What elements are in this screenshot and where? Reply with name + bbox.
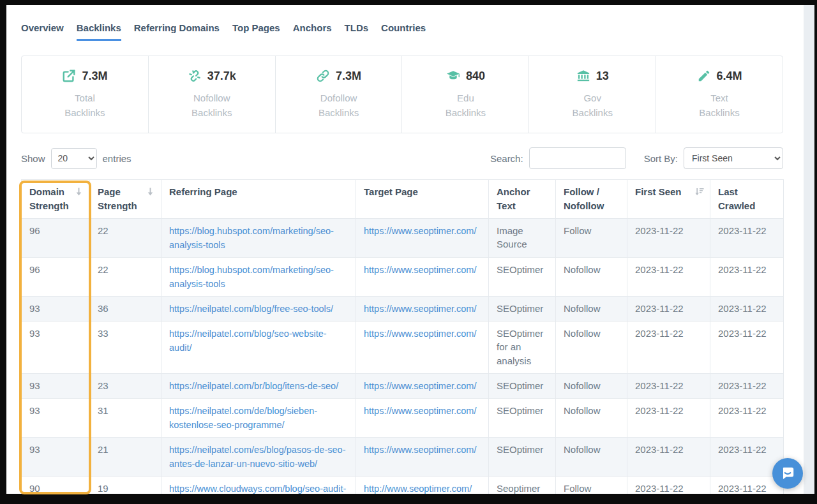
follow-cell: Nofollow [556,437,627,476]
show-label: Show [21,153,45,164]
last-crawled-cell: 2023-11-22 [710,257,784,296]
first-seen-cell: 2023-11-22 [627,257,710,296]
table-controls: Show 20 entries Search: Sort By: First S… [21,147,783,169]
column-header-anchor-text: Anchor Text [489,180,556,219]
domain-strength-cell: 96 [22,257,90,296]
backlink-stats-panel: 7.3MTotal Backlinks37.7kNofollow Backlin… [21,56,783,133]
follow-cell: Nofollow [556,296,627,321]
backlinks-table: Domain StrengthPage StrengthReferring Pa… [21,179,784,494]
column-header-page-strength[interactable]: Page Strength [90,180,161,219]
referring-page-link[interactable]: https://blog.hubspot.com/marketing/seo-a… [169,265,334,289]
first-seen-cell: 2023-11-22 [627,476,710,494]
tab-anchors[interactable]: Anchors [293,22,332,41]
follow-cell: Follow [556,476,627,494]
column-header-referring-page: Referring Page [161,180,356,219]
referring-page-link[interactable]: https://neilpatel.com/es/blog/pasos-de-s… [169,445,345,469]
link-icon [316,69,330,83]
target-page-link[interactable]: https://www.seoptimer.com/ [364,265,476,275]
column-label: Domain Strength [29,186,69,211]
sort-amount-down-icon [694,187,704,196]
stat-text-backlinks: 6.4MText Backlinks [656,56,783,133]
referring-page-link[interactable]: https://blog.hubspot.com/marketing/seo-a… [169,226,334,250]
referring-page-cell: https://blog.hubspot.com/marketing/seo-a… [161,257,356,296]
first-seen-cell: 2023-11-22 [627,437,710,476]
page-strength-cell: 31 [90,398,161,437]
target-page-cell: https://www.seoptimer.com/ [356,398,489,437]
referring-page-link[interactable]: https://neilpatel.com/blog/free-seo-tool… [169,304,333,314]
sort-by-select[interactable]: First Seen [684,147,783,169]
page-strength-cell: 36 [90,296,161,321]
referring-page-link[interactable]: https://neilpatel.com/blog/seo-website-a… [169,329,327,353]
stat-top: 6.4M [697,69,742,83]
anchor-text-cell: SEOptimer [489,296,556,321]
first-seen-cell: 2023-11-22 [627,373,710,398]
stat-edu-backlinks: 840Edu Backlinks [402,56,529,133]
stat-label: Edu Backlinks [436,91,495,120]
stat-top: 13 [576,69,609,83]
target-page-cell: https://www.seoptimer.com/ [356,296,489,321]
stat-label: Gov Backlinks [563,91,622,120]
target-page-link[interactable]: https://www.seoptimer.com/ [364,381,476,391]
table-row: 9321https://neilpatel.com/es/blog/pasos-… [22,437,784,476]
page-strength-cell: 19 [90,476,161,494]
target-page-link[interactable]: https://www.seoptimer.com/ [364,329,476,339]
tab-backlinks[interactable]: Backlinks [77,22,121,41]
table-body: 9622https://blog.hubspot.com/marketing/s… [22,218,784,494]
external-link-icon [62,69,76,83]
column-header-domain-strength[interactable]: Domain Strength [22,180,90,219]
table-row: 9019https://www.cloudways.com/blog/seo-a… [22,476,784,494]
referring-page-link[interactable]: https://www.cloudways.com/blog/seo-audit… [169,484,346,494]
column-label: Last Crawled [718,186,755,211]
target-page-link[interactable]: https://www.seoptimer.com/ [364,406,476,416]
entries-label: entries [103,153,131,164]
search-input[interactable] [529,147,626,169]
backlinks-page: OverviewBacklinksReferring DomainsTop Pa… [6,5,814,494]
first-seen-cell: 2023-11-22 [627,218,710,257]
tab-referring-domains[interactable]: Referring Domains [134,22,220,41]
last-crawled-cell: 2023-11-22 [710,373,784,398]
stat-nofollow-backlinks: 37.7kNofollow Backlinks [149,56,276,133]
column-label: Page Strength [98,186,137,211]
scrollbar-track[interactable] [804,5,814,494]
graduation-cap-icon [446,69,460,83]
referring-page-link[interactable]: https://neilpatel.com/de/blog/sieben-kos… [169,406,317,430]
page-strength-cell: 21 [90,437,161,476]
tab-top-pages[interactable]: Top Pages [232,22,280,41]
domain-strength-cell: 90 [22,476,90,494]
page-strength-cell: 33 [90,321,161,373]
target-page-link[interactable]: http://www.seoptimer.com/ [364,484,472,494]
target-page-link[interactable]: https://www.seoptimer.com/ [364,304,476,314]
domain-strength-cell: 93 [22,321,90,373]
table-row: 9333https://neilpatel.com/blog/seo-websi… [22,321,784,373]
chat-launcher-button[interactable] [772,458,803,489]
target-page-link[interactable]: https://www.seoptimer.com/ [364,445,476,455]
last-crawled-cell: 2023-11-22 [710,398,784,437]
follow-cell: Nofollow [556,257,627,296]
chat-bubble-icon [779,465,796,482]
search-label: Search: [490,153,523,164]
domain-strength-cell: 93 [22,398,90,437]
last-crawled-cell: 2023-11-22 [710,476,784,494]
stat-value: 6.4M [717,70,742,83]
stat-value: 840 [466,70,485,83]
column-header-first-seen[interactable]: First Seen [627,180,710,219]
sort-by-label: Sort By: [644,153,678,164]
stat-label: Text Backlinks [690,91,749,120]
page-strength-cell: 23 [90,373,161,398]
target-page-cell: https://www.seoptimer.com/ [356,218,489,257]
tab-tlds[interactable]: TLDs [345,22,369,41]
target-page-link[interactable]: https://www.seoptimer.com/ [364,226,476,236]
stat-top: 7.3M [316,69,361,83]
tab-overview[interactable]: Overview [21,22,64,41]
referring-page-link[interactable]: https://neilpatel.com/br/blog/itens-de-s… [169,381,338,391]
domain-strength-cell: 93 [22,373,90,398]
stat-top: 37.7k [188,69,236,83]
domain-strength-cell: 96 [22,218,90,257]
target-page-cell: https://www.seoptimer.com/ [356,257,489,296]
stat-top: 7.3M [62,69,107,83]
page-size-select[interactable]: 20 [51,148,97,169]
tab-countries[interactable]: Countries [381,22,426,41]
broken-link-icon [188,69,202,83]
stat-total-backlinks: 7.3MTotal Backlinks [22,56,149,133]
first-seen-cell: 2023-11-22 [627,321,710,373]
